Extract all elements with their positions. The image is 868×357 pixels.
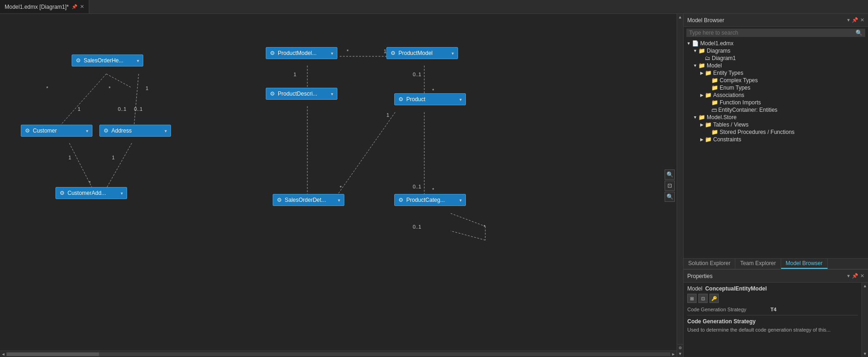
search-input[interactable] xyxy=(689,30,856,36)
entity-icon: ⚙ xyxy=(104,127,109,134)
model-browser-title: Model Browser xyxy=(687,17,724,24)
tree-item-stored-procedures[interactable]: 📁 Stored Procedures / Functions xyxy=(684,128,868,136)
fit-button[interactable]: ⊡ xyxy=(665,181,675,191)
tree-item-diagrams[interactable]: 📁 Diagrams xyxy=(684,47,868,54)
hscroll-thumb[interactable] xyxy=(6,352,99,356)
scroll-left-arrow[interactable]: ◄ xyxy=(0,352,6,357)
properties-content: Model ConceptualEntityModel ⊞ ⊡ 🔑 Code G… xyxy=(684,283,862,357)
entity-productdescri[interactable]: ⚙ ProductDescri... ▾ xyxy=(266,88,337,100)
props-scroll-up[interactable]: ▲ xyxy=(862,283,868,289)
panel-pin-icon[interactable]: 📌 xyxy=(852,17,858,23)
mult-label: * xyxy=(340,185,342,190)
zoom-in-button[interactable]: 🔍 xyxy=(665,169,675,180)
props-codegen-label: Code Generation Strategy xyxy=(687,307,770,312)
entity-expand-icon[interactable]: ▾ xyxy=(331,91,333,97)
scroll-right-arrow[interactable]: ► xyxy=(670,352,677,357)
tree-item-constraints[interactable]: 📁 Constraints xyxy=(684,136,868,143)
props-grid-icon-btn[interactable]: ⊞ xyxy=(687,294,697,303)
mult-label: 0..1 xyxy=(134,106,142,112)
entity-address[interactable]: ⚙ Address ▾ xyxy=(99,125,171,137)
tree-arrow-diagrams[interactable] xyxy=(692,48,698,53)
entity-expand-icon[interactable]: ▾ xyxy=(338,198,340,203)
props-filter-icon-btn[interactable]: ⊡ xyxy=(698,294,708,303)
folder-icon: 📁 xyxy=(698,62,705,69)
tree-arrow-entity-types[interactable] xyxy=(698,71,705,75)
search-container: 🔍 xyxy=(686,29,865,37)
entity-productmodel2[interactable]: ⚙ ProductModel ▾ xyxy=(386,47,458,59)
tree-item-complex-types[interactable]: 📁 Complex Types xyxy=(684,77,868,84)
props-dropdown-icon[interactable]: ▾ xyxy=(847,273,850,279)
zoom-out-button[interactable]: 🔍 xyxy=(665,192,675,202)
tree-arrow-model[interactable] xyxy=(692,63,698,68)
entity-customeradd[interactable]: ⚙ CustomerAdd... ▾ xyxy=(55,187,127,199)
diagram-tab[interactable]: Model1.edmx [Diagram1]* 📌 ✕ xyxy=(0,0,89,13)
tree-item-model1edmx[interactable]: 📄 Model1.edmx xyxy=(684,40,868,47)
folder-icon: 📁 xyxy=(705,136,712,143)
props-key-icon-btn[interactable]: 🔑 xyxy=(709,294,719,303)
tree-item-associations[interactable]: 📁 Associations xyxy=(684,91,868,99)
entity-icon: ⚙ xyxy=(277,197,282,203)
panel-close-icon[interactable]: ✕ xyxy=(860,17,864,23)
tree-arrow-tables-views[interactable] xyxy=(698,122,705,127)
entity-product[interactable]: ⚙ Product ▾ xyxy=(394,93,466,105)
tree-arrow-constraints[interactable] xyxy=(698,137,705,142)
entity-icon: ⚙ xyxy=(398,96,403,103)
entity-name: ProductModel xyxy=(398,50,449,56)
scroll-down-arrow[interactable]: ▼ xyxy=(677,351,684,357)
entity-name: ProductModel... xyxy=(278,50,328,56)
tree-item-tables-views[interactable]: 📁 Tables / Views xyxy=(684,121,868,128)
entity-expand-icon[interactable]: ▾ xyxy=(331,51,333,56)
tab-pin-icon[interactable]: 📌 xyxy=(72,4,77,9)
props-scroll-right: ▲ ▼ xyxy=(862,283,868,357)
tree-item-entity-container[interactable]: 🗃 EntityContainer: Entities xyxy=(684,106,868,114)
tab-team-explorer[interactable]: Team Explorer xyxy=(735,259,781,269)
bottom-nav-tabs: Solution Explorer Team Explorer Model Br… xyxy=(684,258,868,269)
scroll-up-arrow[interactable]: ▲ xyxy=(677,14,684,20)
tree-item-enum-types[interactable]: 📁 Enum Types xyxy=(684,84,868,91)
solution-explorer-tab-label: Solution Explorer xyxy=(688,260,730,266)
entity-expand-icon[interactable]: ▾ xyxy=(137,58,139,63)
tree-arrow-model1edmx[interactable] xyxy=(685,41,692,46)
entity-expand-icon[interactable]: ▾ xyxy=(452,51,454,56)
tree-arrow-model-store[interactable] xyxy=(692,115,698,120)
entity-salesorderhe[interactable]: ⚙ SalesOrderHe... ▾ xyxy=(72,54,143,67)
diagram-hscroll[interactable]: ◄ ► xyxy=(0,351,677,357)
mult-label: * xyxy=(432,187,434,193)
entity-customer[interactable]: ⚙ Customer ▾ xyxy=(21,125,92,137)
tab-close-button[interactable]: ✕ xyxy=(80,4,84,10)
tab-model-browser[interactable]: Model Browser xyxy=(781,259,828,269)
tree-label-complex-types: Complex Types xyxy=(720,77,758,84)
tab-solution-explorer[interactable]: Solution Explorer xyxy=(684,259,735,269)
props-codegen-value: T4 xyxy=(770,307,776,312)
entity-expand-icon[interactable]: ▾ xyxy=(165,128,167,133)
right-panel: Model Browser ▾ 📌 ✕ 🔍 📄 Model1.edmx xyxy=(683,14,868,357)
entity-expand-icon[interactable]: ▾ xyxy=(459,198,462,203)
tree-item-diagram1[interactable]: 🗂 Diagram1 xyxy=(684,54,868,62)
entity-icon: ⚙ xyxy=(398,197,403,203)
entity-expand-icon[interactable]: ▾ xyxy=(459,97,462,102)
folder-icon: 📁 xyxy=(698,48,705,54)
props-icon-buttons: ⊞ ⊡ 🔑 xyxy=(687,294,858,303)
folder-icon: 📁 xyxy=(705,121,712,128)
tree-arrow-associations[interactable] xyxy=(698,93,705,97)
entity-salesorderdet[interactable]: ⚙ SalesOrderDet... ▾ xyxy=(273,194,344,206)
props-model-row: Model ConceptualEntityModel xyxy=(687,285,858,292)
tree-item-model-store[interactable]: 📁 Model.Store xyxy=(684,114,868,121)
tree-item-entity-types[interactable]: 📁 Entity Types xyxy=(684,69,868,77)
entity-productcateg[interactable]: ⚙ ProductCateg... ▾ xyxy=(394,194,466,206)
props-close-icon[interactable]: ✕ xyxy=(860,273,864,279)
props-pin-icon[interactable]: 📌 xyxy=(852,273,858,279)
tree-item-model[interactable]: 📁 Model xyxy=(684,62,868,69)
tree-item-function-imports[interactable]: 📁 Function Imports xyxy=(684,99,868,106)
entity-expand-icon[interactable]: ▾ xyxy=(86,128,88,133)
folder-icon: 📁 xyxy=(711,77,718,84)
entity-expand-icon[interactable]: ▾ xyxy=(121,191,123,196)
mult-label: 0..1 xyxy=(413,184,421,189)
properties-header: Properties ▾ 📌 ✕ xyxy=(684,270,868,283)
diagram-canvas[interactable]: 1 * * 1 0..1 0..1 1 1 * 1 * 1 0..1 * 1 *… xyxy=(0,14,683,357)
tree-label-model: Model xyxy=(707,62,722,69)
model-tree[interactable]: 📄 Model1.edmx 📁 Diagrams 🗂 Diagram1 xyxy=(684,39,868,258)
entity-productmodel1[interactable]: ⚙ ProductModel... ▾ xyxy=(266,47,337,59)
props-scroll-down[interactable]: ▼ xyxy=(862,351,868,357)
panel-dropdown-icon[interactable]: ▾ xyxy=(847,17,850,23)
